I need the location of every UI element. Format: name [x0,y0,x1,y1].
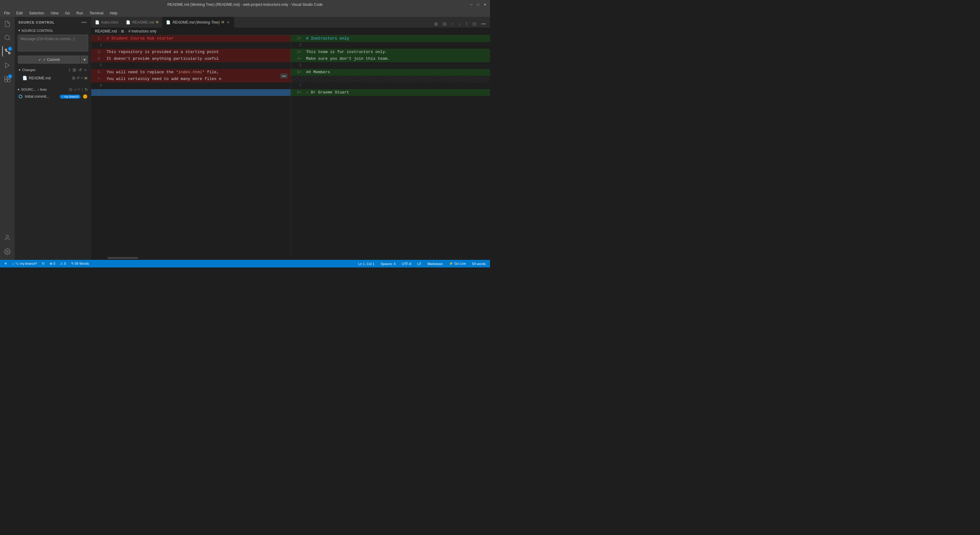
diff-right-line-7: 7 [291,76,490,83]
statusbar-branch-label: ⌥ my-branch* [15,262,37,266]
file-stage-icon[interactable]: + [81,76,83,80]
discard-icon[interactable]: ↺ [78,67,83,73]
changes-icons: ⊞ ↺ + [72,67,87,73]
activity-account[interactable] [2,232,13,243]
svg-point-3 [5,49,7,51]
tab-readme-md[interactable]: 📄 README.md M [122,17,162,27]
commit-row[interactable]: Initial commit... ⑁ my-branch [18,93,88,100]
source-control-section: ▾ SOURCE CONTROL [15,28,91,33]
commit-dropdown-button[interactable]: ▾ [81,56,88,64]
diff-right-line-6: 6+ ## Members [291,69,490,76]
file-open-icon[interactable]: ⊞ [72,76,75,80]
toggle-inline-icon[interactable]: ⊡ [471,20,477,27]
statusbar-source-icon: ✕ [4,262,7,266]
source-control-chevron[interactable]: ▾ [18,29,20,32]
activity-source-control[interactable]: 1 [2,46,13,57]
stage-all-icon[interactable]: + [84,67,87,73]
statusbar-source-control[interactable]: ✕ [3,262,8,266]
horizontal-scrollbar[interactable] [108,257,138,259]
source-control-label: SOURCE CONTROL [21,29,53,32]
statusbar-errors[interactable]: ⊗ 0 [48,262,56,266]
prev-change-icon[interactable]: ↑ [450,20,455,27]
close-button[interactable]: ✕ [483,2,487,7]
tab-index-label: index.html [101,20,118,24]
commit-message-area [15,33,91,54]
branch-icon-status: ⑁ [12,262,14,266]
activity-search[interactable] [2,32,13,43]
statusbar-branch[interactable]: ⑁ ⌥ my-branch* [11,262,38,266]
activity-run[interactable] [2,60,13,70]
diff-left-pane: 1- # Student Course Hub starter 2 3- Thi… [91,35,291,256]
more-actions-icon[interactable]: ⊺ [464,20,469,27]
statusbar-spaces[interactable]: Spaces: 4 [379,262,397,266]
sidebar-more-icon[interactable]: ••• [81,19,88,25]
open-changes-icon[interactable]: ⊞ [72,67,77,73]
breadcrumb: README.md › ⊞ › # Instructors only [91,27,490,35]
menu-edit[interactable]: Edit [14,10,25,16]
open-editors-icon[interactable]: ⊞ [433,20,439,27]
extensions-badge: 1 [8,74,12,78]
menu-view[interactable]: View [48,10,61,16]
diff-left-line-7: 7- You will certainly need to add many m… [91,76,291,83]
statusbar-language[interactable]: Markdown [426,262,444,266]
next-change-icon[interactable]: ↓ [457,20,462,27]
tab-readme-working-tree[interactable]: 📄 README.md (Working Tree) M ✕ [162,17,234,27]
statusbar-words[interactable]: ✎ 59 Words [70,262,90,266]
scm-push-icon[interactable]: ↑ [81,87,83,92]
diff-left-line-6: 6- You will need to replace the *index.h… [91,69,291,76]
tab-readme-label: README.md [132,20,154,24]
titlebar: README.md (Working Tree) (README.md) - w… [0,0,490,9]
menu-go[interactable]: Go [62,10,72,16]
statusbar-position[interactable]: Ln 1, Col 1 [357,262,376,266]
statusbar-warnings[interactable]: ⚠ 0 [59,262,67,266]
file-row-readme[interactable]: 📄 README.md ⊞ ↺ + M [16,75,90,81]
file-discard-icon[interactable]: ↺ [76,76,80,80]
menu-terminal[interactable]: Terminal [87,10,106,16]
menu-run[interactable]: Run [74,10,86,16]
statusbar-golive[interactable]: ⚡ Go Live [448,262,467,266]
scm-graph-chevron[interactable]: ▾ [18,88,20,92]
statusbar-encoding-label: UTF-8 [402,262,411,266]
tab-index-html[interactable]: 📄 index.html [91,17,122,27]
diff-more-btn[interactable]: ••• [280,73,288,78]
tab-working-close[interactable]: ✕ [226,20,230,25]
commit-button[interactable]: ✓ ✓ Commit [18,56,80,64]
diff-left-line-1: 1- # Student Course Hub starter [91,35,291,42]
branch-badge: ⑁ my-branch [60,95,81,99]
activity-extensions[interactable]: 1 [2,73,13,84]
menu-help[interactable]: Help [108,10,120,16]
commit-dot [19,95,22,98]
file-document-icon: 📄 [22,76,27,80]
branch-icon: ⑁ [62,95,64,98]
statusbar-encoding[interactable]: UTF-8 [401,262,412,266]
breadcrumb-section[interactable]: # Instructors only [128,29,156,33]
diff-right-content[interactable]: 1+ # Instructors only 2 3+ This team is … [291,35,490,256]
commit-message-input[interactable] [18,35,88,51]
scm-graph-header: ▾ SOURC... ⑁ Auto ⊙ ⑁ ⑂ ↑ ↻ [18,86,88,93]
minimize-button[interactable]: ─ [469,2,474,7]
diff-left-line-3: 3- This repository is provided as a star… [91,49,291,56]
activity-explorer[interactable] [2,18,13,29]
breadcrumb-file[interactable]: README.md [95,29,117,33]
statusbar-sync[interactable]: ↻ [41,262,46,266]
maximize-button[interactable]: □ [476,2,480,7]
changes-header[interactable]: ▾ Changes 1 ⊞ ↺ + [16,65,90,75]
menu-file[interactable]: File [2,10,12,16]
diff-right-line-4: 4+ Make sure you don't join this team. [291,56,490,62]
scm-branch-icon[interactable]: ⑁ [74,87,76,92]
breadcrumb-icon[interactable]: ⊞ [121,29,124,33]
statusbar-wordcount[interactable]: 59 words [471,262,487,266]
menu-selection[interactable]: Selection [27,10,46,16]
file-name: README.md [29,76,70,80]
scm-graph: ▾ SOURC... ⑁ Auto ⊙ ⑁ ⑂ ↑ ↻ Initial comm… [15,84,91,102]
scm-merge-icon[interactable]: ⑂ [78,87,80,92]
scm-refresh-icon[interactable]: ↻ [84,87,88,92]
scm-settings-icon[interactable]: ⊙ [69,87,73,92]
activity-settings[interactable] [2,246,13,257]
statusbar-eol[interactable]: LF [416,262,423,266]
overflow-icon[interactable]: ••• [480,20,487,27]
split-editor-icon[interactable]: ⊟ [442,20,448,27]
diff-left-content[interactable]: 1- # Student Course Hub starter 2 3- Thi… [91,35,291,256]
changes-chevron: ▾ [19,68,21,72]
svg-line-1 [9,39,10,40]
